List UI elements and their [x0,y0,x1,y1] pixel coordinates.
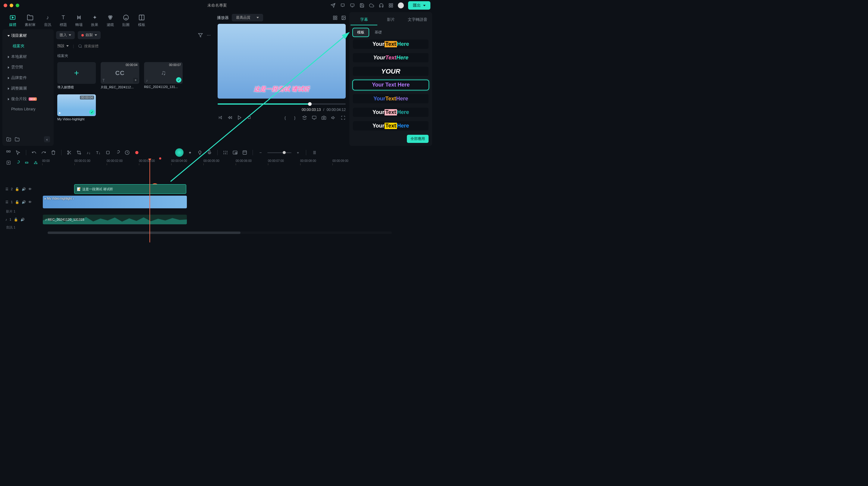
subtitle-template-3[interactable]: YOUR [353,67,429,76]
playhead[interactable] [150,159,150,242]
maximize-window[interactable] [16,4,19,7]
tab-subtitle[interactable]: 字幕 [350,14,377,25]
pip-icon[interactable] [232,150,238,156]
device-icon[interactable] [340,3,345,8]
sparkle-button[interactable]: ✦ [187,150,193,156]
brace-close-icon[interactable]: } [292,115,298,120]
sidebar-brand[interactable]: 品牌套件 [2,73,54,83]
video-preview[interactable]: 这是一段测试 请试听 [218,24,346,99]
export-button[interactable]: 匯出 [408,1,430,10]
tab-stock[interactable]: 素材庫 [25,14,36,27]
lock-icon[interactable]: 🔓 [15,187,19,191]
mixer-icon[interactable] [222,150,228,156]
subtab-template[interactable]: 模板 [353,28,369,36]
subtitle-template-7[interactable]: Your Text Here [353,121,429,130]
mute-icon[interactable]: 🔊 [21,218,25,221]
brace-open-icon[interactable]: { [282,115,288,120]
sort-dropdown[interactable]: 預設 [57,43,69,49]
audio-clip[interactable]: ♪ REC_20241120_131315 [43,215,187,224]
track-lock-icon[interactable] [24,159,30,165]
delete-button[interactable] [50,150,56,156]
tab-effect[interactable]: ✦效果 [91,14,98,27]
user-avatar[interactable] [398,2,404,8]
tab-transition[interactable]: 轉場 [75,14,83,27]
add-mini-icon[interactable]: + [133,78,138,83]
list-view-icon[interactable] [311,150,317,156]
layers-icon[interactable] [302,115,307,120]
subtitle-template-2[interactable]: Your Text Here [353,53,429,62]
subtitle-template-4[interactable]: Your Text Here [353,80,429,90]
zoom-in[interactable]: + [295,150,301,156]
color-tool[interactable] [134,150,140,156]
monitor-icon[interactable] [350,3,355,8]
tab-title[interactable]: T標題 [60,14,67,27]
tab-sticker[interactable]: 貼圖 [122,14,130,27]
play-button[interactable] [237,115,242,120]
sidebar-project-assets[interactable]: 項目素材 [2,30,54,41]
visibility-icon[interactable]: 👁 [28,200,32,204]
cut-tool[interactable] [66,150,72,156]
folder-icon[interactable] [14,136,20,142]
import-media-tile[interactable]: + 導入媒體檔 [57,62,96,90]
arrange-icon[interactable] [5,150,11,156]
link-toggle-icon[interactable] [14,159,21,165]
lock-icon[interactable]: 🔓 [15,200,19,204]
tab-tts[interactable]: 文字轉語音 [404,14,431,25]
sidebar-folder[interactable]: 檔案夾 [2,41,54,52]
redo-button[interactable] [41,150,47,156]
picture-icon[interactable] [341,15,346,21]
save-icon[interactable] [359,3,365,8]
tab-media[interactable]: 媒體 [9,14,16,27]
horizontal-scrollbar[interactable] [48,232,392,234]
close-window[interactable] [4,4,7,7]
crop-tool[interactable] [76,150,82,156]
stop-button[interactable] [247,115,252,120]
import-dropdown[interactable]: 匯入 [56,31,75,39]
grid-icon[interactable] [388,3,394,8]
marker-tool[interactable] [197,150,203,156]
visibility-icon[interactable]: 👁 [28,187,32,191]
collapse-sidebar[interactable]: ‹ [44,136,50,142]
ai-button[interactable] [175,148,184,157]
speed-tool[interactable] [124,150,130,156]
sidebar-compound[interactable]: 復合片段NEW [2,94,54,104]
video-clip[interactable]: ▸My Video-highlight♪ [43,196,187,208]
more-icon[interactable]: ⋯ [206,33,212,38]
tab-video-props[interactable]: 影片 [377,14,404,25]
link-tool[interactable] [115,150,121,156]
sidebar-photos[interactable]: Photos Library [2,104,54,114]
transform-tool[interactable] [105,150,111,156]
display-icon[interactable] [311,115,317,120]
grid-view-icon[interactable] [333,15,338,21]
lock-icon[interactable]: 🔓 [14,218,18,221]
player-scrubber[interactable] [218,103,346,104]
subtitle-clip[interactable]: 📝 这是一段测试 请试听 [74,184,186,194]
add-track-icon[interactable] [5,159,11,165]
quality-dropdown[interactable]: 最高品質 [232,14,263,22]
apply-all-button[interactable]: 全部應用 [407,135,429,143]
subtitle-template-5[interactable]: Your Text Here [353,94,429,103]
headphones-icon[interactable] [378,3,384,8]
select-tool[interactable] [15,150,21,156]
mic-tool[interactable] [207,150,213,156]
mute-icon[interactable]: 🔊 [22,200,26,204]
scrubber-handle[interactable] [308,102,312,106]
sidebar-adjust[interactable]: 調整圖層 [2,83,54,94]
cloud-icon[interactable] [369,3,374,8]
filter-icon[interactable] [198,33,203,38]
fullscreen-icon[interactable] [340,115,346,120]
tab-audio[interactable]: ♪音訊 [44,14,51,27]
minimize-window[interactable] [10,4,13,7]
mute-icon[interactable]: 🔊 [22,187,26,191]
magnet-icon[interactable]: ⁂ [33,159,38,165]
prev-clip-button[interactable] [227,115,233,120]
search-input[interactable] [84,44,120,48]
zoom-out[interactable]: − [258,150,264,156]
text-tool[interactable]: T↓ [95,150,101,156]
timeline-ruler[interactable]: 00:0000:00:01:0000:00:02:0000:00:03:0000… [42,159,434,166]
send-icon[interactable] [330,3,336,8]
media-thumb-audio[interactable]: 00:00:07♫♪✓ REC_20241120_131... [144,62,183,90]
tab-filter[interactable]: 濾鏡 [107,14,114,27]
media-thumb-cc[interactable]: 00:00:04CCT+ 片段_REC_2024112... [101,62,139,90]
prev-frame-button[interactable] [218,115,223,120]
